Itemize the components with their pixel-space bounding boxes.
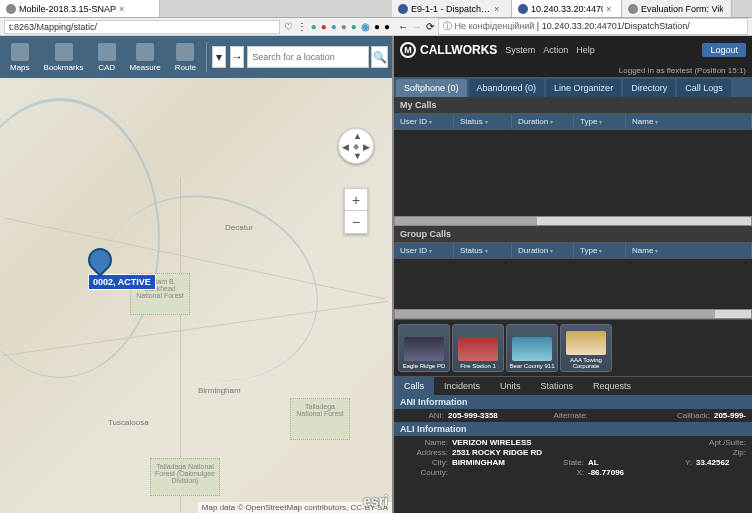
col-type[interactable]: Type▾	[574, 243, 626, 258]
police-car-icon	[404, 337, 444, 361]
pan-left-icon[interactable]: ◀	[342, 142, 349, 152]
go-button[interactable]: →	[230, 46, 244, 68]
bookmark-icon	[55, 43, 73, 61]
city-label: Tuscaloosa	[108, 418, 149, 427]
help-menu[interactable]: Help	[576, 45, 595, 55]
map-toolbar: Maps Bookmarks CAD Measure Route ▾ → 🔍	[0, 36, 392, 78]
zoom-out-button[interactable]: −	[345, 211, 367, 233]
dial-aaa-towing[interactable]: AAA Towing Corporate	[560, 324, 612, 372]
park-label: Talladega National Forest (Oakmulgee Div…	[150, 458, 220, 496]
tab-stations[interactable]: Stations	[531, 377, 584, 395]
ani-header: ANI Information	[394, 395, 752, 409]
tab-softphone[interactable]: Softphone (0)	[396, 79, 467, 97]
fire-truck-icon	[458, 337, 498, 361]
sort-icon: ▾	[655, 118, 658, 125]
scrollbar[interactable]	[394, 309, 752, 319]
search-input[interactable]	[247, 46, 369, 68]
sort-icon: ▾	[485, 118, 488, 125]
search-button[interactable]: 🔍	[371, 46, 388, 68]
name-label: Name:	[400, 438, 448, 447]
browser-tab-eval[interactable]: Evaluation Form: Viktor	[622, 0, 732, 17]
col-name[interactable]: Name▾	[626, 243, 752, 258]
sort-icon: ▾	[599, 247, 602, 254]
ani-value: 205-999-3358	[448, 411, 498, 420]
close-icon[interactable]: ×	[119, 4, 124, 14]
marker-label: 0002, ACTIVE	[88, 274, 156, 290]
maps-button[interactable]: Maps	[4, 37, 36, 77]
tab-units[interactable]: Units	[490, 377, 531, 395]
browser-tab-mobile[interactable]: Mobile-2018.3.15-SNAP×	[0, 0, 160, 17]
reload-icon[interactable]: ⟳	[426, 21, 434, 32]
tab-calls[interactable]: Calls	[394, 377, 434, 395]
col-type[interactable]: Type▾	[574, 114, 626, 129]
browser-tab-ip[interactable]: 10.240.33.20:44701/Dis×	[512, 0, 622, 17]
city-label: City:	[400, 458, 448, 467]
scrollbar[interactable]	[394, 216, 752, 226]
tab-label: Evaluation Form: Viktor	[641, 4, 723, 14]
col-status[interactable]: Status▾	[454, 114, 512, 129]
tab-label: Mobile-2018.3.15-SNAP	[19, 4, 116, 14]
menu-icon[interactable]: ⋮	[297, 21, 307, 32]
col-user-id[interactable]: User ID▾	[394, 243, 454, 258]
sort-icon: ▾	[550, 118, 553, 125]
system-menu[interactable]: System	[505, 45, 535, 55]
dial-eagle-ridge[interactable]: Eagle Ridge PD	[398, 324, 450, 372]
city-value: BIRMINGHAM	[452, 458, 540, 467]
zoom-in-button[interactable]: +	[345, 189, 367, 211]
dial-bear-county[interactable]: Bear County 911	[506, 324, 558, 372]
browser-tab-e911[interactable]: E9-1-1 - Dispatch Station×	[392, 0, 512, 17]
cad-button[interactable]: CAD	[92, 37, 122, 77]
dial-fire-station[interactable]: Fire Station 1	[452, 324, 504, 372]
ani-row: ANI: 205-999-3358 Alternate: Callback: 2…	[394, 409, 752, 422]
x-label: X:	[544, 468, 584, 477]
route-button[interactable]: Route	[169, 37, 202, 77]
speed-dial-row: Eagle Ridge PD Fire Station 1 Bear Count…	[394, 319, 752, 377]
col-status[interactable]: Status▾	[454, 243, 512, 258]
back-icon[interactable]: ←	[398, 21, 408, 32]
callback-label: Callback:	[666, 411, 710, 420]
browser-tabs-row: Mobile-2018.3.15-SNAP× E9-1-1 - Dispatch…	[0, 0, 752, 18]
group-calls-body	[394, 259, 752, 309]
bookmark-icon[interactable]: ♡	[284, 21, 293, 32]
pan-up-icon[interactable]: ▲	[353, 131, 362, 141]
address-label: Address:	[400, 448, 448, 457]
measure-button[interactable]: Measure	[124, 37, 167, 77]
esri-logo: esri	[363, 493, 388, 509]
close-icon[interactable]: ×	[494, 4, 499, 14]
forward-icon[interactable]: →	[412, 21, 422, 32]
tab-call-logs[interactable]: Call Logs	[677, 79, 731, 97]
pan-right-icon[interactable]: ▶	[363, 142, 370, 152]
x-value: -86.77096	[588, 468, 638, 477]
tab-abandoned[interactable]: Abandoned (0)	[469, 79, 545, 97]
col-user-id[interactable]: User ID▾	[394, 114, 454, 129]
dropdown-button[interactable]: ▾	[212, 46, 226, 68]
col-name[interactable]: Name▾	[626, 114, 752, 129]
sort-icon: ▾	[429, 118, 432, 125]
tab-incidents[interactable]: Incidents	[434, 377, 490, 395]
address-value: 2531 ROCKY RIDGE RD	[452, 448, 638, 457]
pan-control[interactable]: ▲ ▼ ◀ ▶	[338, 128, 374, 164]
county-label: County:	[400, 468, 448, 477]
col-duration[interactable]: Duration▾	[512, 243, 574, 258]
pan-down-icon[interactable]: ▼	[353, 151, 362, 161]
bookmarks-button[interactable]: Bookmarks	[38, 37, 90, 77]
map-marker[interactable]: 0002, ACTIVE	[88, 248, 156, 290]
globe-icon	[11, 43, 29, 61]
url-input[interactable]: t:8263/Mapping/static/	[4, 20, 280, 34]
tab-directory[interactable]: Directory	[623, 79, 675, 97]
logout-button[interactable]: Logout	[702, 43, 746, 57]
col-duration[interactable]: Duration▾	[512, 114, 574, 129]
sort-icon: ▾	[429, 247, 432, 254]
ali-header: ALI Information	[394, 422, 752, 436]
tab-requests[interactable]: Requests	[583, 377, 641, 395]
tow-truck-icon	[566, 331, 606, 355]
sort-icon: ▾	[655, 247, 658, 254]
tab-line-organizer[interactable]: Line Organizer	[546, 79, 621, 97]
close-icon[interactable]: ×	[606, 4, 611, 14]
ali-grid: Name:VERIZON WIRELESSApt./Suite: Address…	[394, 436, 752, 479]
url-input[interactable]: ⓘ Не конфіденційний | 10.240.33.20:44701…	[438, 18, 748, 35]
name-value: VERIZON WIRELESS	[452, 438, 584, 447]
search-icon: 🔍	[373, 51, 387, 64]
map-canvas[interactable]: William B. Bankhead National Forest Tall…	[0, 78, 392, 513]
action-menu[interactable]: Action	[543, 45, 568, 55]
